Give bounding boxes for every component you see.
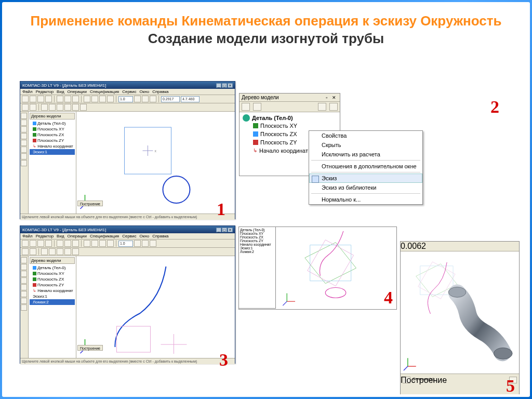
toolbar-button[interactable]: [72, 240, 79, 247]
panel-title[interactable]: Дерево модели ▫ ✕: [240, 94, 340, 102]
toolbar-row-1[interactable]: 1.0: [20, 240, 235, 248]
toolbar-button[interactable]: [64, 248, 71, 255]
toolbar-button[interactable]: [37, 240, 44, 247]
menu-item[interactable]: Сервис: [122, 234, 136, 238]
tab-build[interactable]: Построение: [77, 345, 103, 351]
ctx-item-sketch-lib[interactable]: Эскиз из библиотеки: [309, 183, 422, 192]
menu-item[interactable]: Окно: [140, 89, 150, 94]
toolbar-button[interactable]: [72, 96, 79, 102]
toolbar-row-1[interactable]: 1.0 0.2917 4.7.460: [20, 95, 235, 103]
menu-item[interactable]: Вид: [57, 234, 64, 238]
menu-item[interactable]: Справка: [152, 89, 168, 94]
model-tree[interactable]: Дерево модели Деталь (Тел-0) Плоскость X…: [29, 256, 76, 358]
toolbar-button[interactable]: [21, 298, 27, 304]
toolbar-button[interactable]: [57, 240, 63, 247]
window-titlebar[interactable]: КОМПАС-3D LT V9 - [Деталь БЕЗ ИМЕНИ1] _◻…: [20, 226, 235, 233]
toolbar-button[interactable]: [142, 240, 149, 247]
toolbar-button[interactable]: [49, 248, 56, 255]
toolbar-button[interactable]: [329, 103, 338, 111]
value-field[interactable]: 0.0062: [401, 242, 426, 250]
vertical-toolbar[interactable]: [20, 112, 29, 214]
tree-root[interactable]: Деталь (Тел-0): [30, 121, 75, 126]
toolbar-button[interactable]: [21, 133, 27, 139]
mini-tree-node[interactable]: Начало координат: [240, 243, 274, 246]
toolbar-button[interactable]: [37, 96, 44, 102]
tree-node[interactable]: Плоскость XY: [30, 126, 75, 132]
menu-item[interactable]: Вид: [57, 89, 64, 94]
toolbar-button[interactable]: [150, 96, 156, 102]
toolbar-button[interactable]: [84, 96, 90, 102]
toolbar-button[interactable]: [21, 277, 27, 284]
toolbar-button[interactable]: [91, 96, 98, 102]
toolbar-button[interactable]: [99, 96, 106, 102]
toolbar-button[interactable]: [242, 103, 250, 111]
toolbar-button[interactable]: [45, 96, 52, 102]
context-menu[interactable]: Свойства Скрыть Исключить из расчета Отн…: [309, 130, 423, 205]
menu-item[interactable]: Файл: [22, 234, 33, 238]
tree-node-selected[interactable]: Ломая:2: [30, 299, 75, 305]
tree-node[interactable]: Плоскость XY: [243, 122, 337, 130]
coord-x[interactable]: 0.2917: [161, 96, 180, 102]
drawing-canvas[interactable]: Построение: [76, 256, 235, 358]
tree-node[interactable]: Эскиз:1: [30, 294, 75, 299]
menu-item[interactable]: Редактор: [36, 89, 54, 94]
toolbar-button[interactable]: [21, 153, 27, 159]
model-tree[interactable]: Дерево модели Деталь (Тел-0) Плоскость X…: [29, 112, 76, 214]
toolbar-button[interactable]: [21, 304, 27, 311]
mini-tree-root[interactable]: Деталь (Тел-0): [240, 228, 274, 232]
menu-item[interactable]: Справка: [152, 234, 168, 238]
toolbar-button[interactable]: [107, 96, 114, 102]
window-buttons[interactable]: _◻✕: [216, 83, 233, 88]
toolbar-button[interactable]: [64, 96, 71, 102]
menu-item[interactable]: Редактор: [36, 234, 54, 238]
vertical-toolbar[interactable]: [20, 256, 29, 358]
coord-y[interactable]: 4.7.460: [181, 96, 200, 102]
mini-tree-node[interactable]: Эскиз:1: [240, 246, 274, 250]
toolbar-button[interactable]: [30, 104, 36, 111]
drawing-canvas[interactable]: x Построение: [76, 112, 235, 214]
toolbar-button[interactable]: [21, 271, 27, 277]
toolbar-button[interactable]: [21, 257, 27, 263]
tree-node[interactable]: Плоскость XY: [30, 271, 75, 276]
menubar[interactable]: Файл Редактор Вид Операции Спецификация …: [20, 233, 235, 240]
scale-field[interactable]: 1.0: [118, 96, 133, 102]
toolbar-button[interactable]: [21, 140, 27, 146]
toolbar-button[interactable]: [21, 264, 27, 270]
mini-tree-node[interactable]: Плоскость ZX: [240, 235, 274, 239]
render-canvas[interactable]: Построение: [401, 251, 519, 374]
tree-node[interactable]: ↳ Начало координат: [30, 288, 75, 294]
ctx-item-sketch-highlight[interactable]: Эскиз: [309, 174, 422, 183]
menu-item[interactable]: Операции: [68, 234, 87, 238]
tree-node-selected[interactable]: Эскиз:1: [30, 149, 75, 155]
menu-item[interactable]: Файл: [22, 89, 33, 94]
toolbar-button[interactable]: [253, 103, 261, 111]
toolbar-row-2[interactable]: [20, 248, 235, 256]
toolbar-row[interactable]: 0.0062: [401, 242, 519, 251]
mini-tree-node[interactable]: Плоскость ZY: [240, 239, 274, 243]
panel-toolbar[interactable]: [240, 102, 340, 112]
toolbar-button[interactable]: [22, 248, 29, 255]
toolbar-button[interactable]: [21, 160, 27, 166]
menu-item[interactable]: Окно: [140, 234, 150, 238]
toolbar-button[interactable]: [57, 248, 63, 255]
toolbar-button[interactable]: [64, 240, 71, 247]
toolbar-button[interactable]: [64, 104, 71, 111]
toolbar-button[interactable]: [21, 291, 27, 297]
menu-item[interactable]: Сервис: [122, 89, 136, 94]
tree-node[interactable]: Плоскость ZX: [30, 276, 75, 282]
toolbar-button[interactable]: [150, 240, 156, 247]
toolbar-button[interactable]: [30, 248, 36, 255]
toolbar-button[interactable]: [72, 248, 79, 255]
tree-root[interactable]: Деталь (Тел-0): [30, 265, 75, 271]
window-buttons[interactable]: _◻✕: [216, 228, 233, 232]
tree-node[interactable]: Плоскость ZY: [30, 138, 75, 143]
toolbar-button[interactable]: [21, 126, 27, 132]
toolbar-button[interactable]: [49, 104, 56, 111]
toolbar-button[interactable]: [45, 240, 52, 247]
toolbar-button[interactable]: [21, 113, 27, 119]
toolbar-button[interactable]: [21, 147, 27, 153]
menubar[interactable]: Файл Редактор Вид Операции Спецификация …: [20, 89, 235, 95]
toolbar-button[interactable]: [22, 96, 29, 102]
toolbar-button[interactable]: [22, 240, 29, 247]
toolbar-button[interactable]: [41, 104, 48, 111]
